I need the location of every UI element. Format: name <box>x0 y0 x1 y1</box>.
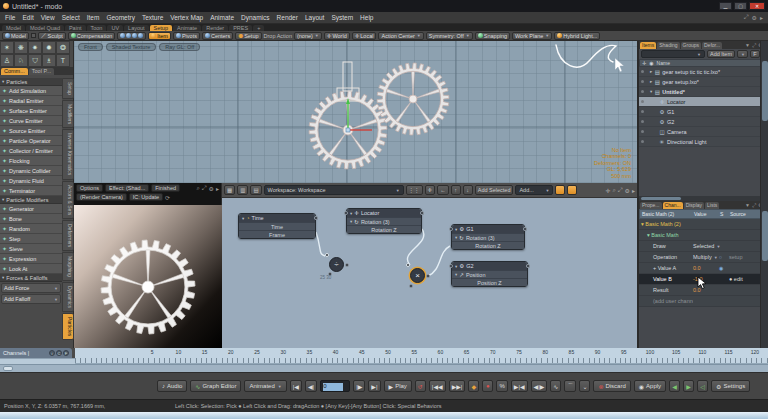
tool-icon-5[interactable]: ❂ <box>56 41 70 54</box>
tab-display[interactable]: Display <box>684 202 704 209</box>
vertical-tab-deformers[interactable]: Deformers <box>62 220 74 251</box>
channel-tab-button-f[interactable]: F <box>63 350 69 356</box>
visibility-dot[interactable] <box>641 140 644 143</box>
animated-dropdown[interactable]: Animated▼ <box>244 380 286 392</box>
collapse-icon[interactable]: ▾ <box>242 216 244 221</box>
command-random[interactable]: ✦Random <box>0 224 62 234</box>
select-mode-buttons[interactable] <box>117 32 146 40</box>
view-type-dropdown[interactable]: Front <box>78 43 103 51</box>
vertical-tab-particles[interactable]: Particles <box>62 313 74 340</box>
layout-grid-icon[interactable]: ⋮⋮ <box>406 185 423 195</box>
right-scrollbar[interactable] <box>760 41 768 348</box>
tool-icon-8[interactable]: ⛉ <box>28 54 42 67</box>
menu-layout[interactable]: Layout <box>305 14 325 21</box>
tree-row-locator[interactable]: ✛Locator <box>639 97 768 107</box>
tree-row-untitled[interactable]: ▾▤Untitled* <box>639 87 768 97</box>
tab-items[interactable]: Items <box>640 42 656 49</box>
node-port[interactable] <box>344 211 348 215</box>
play-button[interactable]: ▶Play <box>384 380 412 392</box>
menu-help[interactable]: Help <box>360 14 373 21</box>
node-g1-header[interactable]: ▾⚙G1 <box>452 225 524 233</box>
tree-row-gear-setup-lxo[interactable]: ▸▤gear setup.lxo* <box>639 77 768 87</box>
chevron-down-icon[interactable]: ▼ <box>745 42 750 49</box>
symmetry-dropdown[interactable]: Symmetry: Off▼ <box>426 32 473 40</box>
curve-out-button[interactable]: ⌄ <box>579 380 590 392</box>
tree-row-camera[interactable]: ◫Camera <box>639 127 768 137</box>
jump-start-button[interactable]: |◀ <box>290 380 302 392</box>
sculpt-mode-button[interactable]: ／Sculpt <box>38 32 66 40</box>
maximize-button[interactable]: ▢ <box>734 2 747 10</box>
channel-value[interactable]: 0.0 <box>693 265 719 271</box>
channel-row-add-user-channel[interactable]: (add user channel) <box>639 296 768 307</box>
channel-value[interactable]: 0.0 <box>693 287 719 293</box>
graph-editor-button[interactable]: ∿Graph Editor <box>190 380 241 392</box>
expand-icon[interactable]: ⤢ <box>752 202 756 209</box>
unlink-mode-button[interactable] <box>567 185 577 195</box>
menu-select[interactable]: Select <box>62 14 80 21</box>
visibility-dot[interactable] <box>641 70 644 73</box>
node-g2-header[interactable]: ▾⚙G2 <box>452 262 527 270</box>
next-frame-button[interactable]: |▶ <box>353 380 365 392</box>
node-time[interactable]: ▾◔Time Time Frame <box>238 213 316 239</box>
tree-row-g1[interactable]: ⚙G1 <box>639 107 768 117</box>
visibility-dot[interactable] <box>641 100 644 103</box>
menu-vertex-map[interactable]: Vertex Map <box>170 14 203 21</box>
channel-row-operation[interactable]: OperationMultiply ▼○setup <box>639 252 768 263</box>
ic-update-button[interactable]: IC: Update <box>129 193 163 201</box>
align-up-icon[interactable]: ↑ <box>451 185 461 195</box>
node-port[interactable] <box>409 284 413 288</box>
menu-view[interactable]: View <box>41 14 55 21</box>
node-time-row-frame[interactable]: Frame <box>239 230 315 238</box>
tool-icon-3[interactable]: ✷ <box>28 41 42 54</box>
overflow-icon[interactable]: ▸ <box>632 187 635 194</box>
node-time-header[interactable]: ▾◔Time <box>239 214 315 222</box>
collapse-icon[interactable]: ▾ <box>455 235 457 240</box>
play-action-button[interactable]: ▶ <box>683 380 694 392</box>
channels-tab[interactable]: Channels | iCF <box>0 348 72 358</box>
scrollbar-thumb[interactable] <box>762 61 768 121</box>
channel-row-value-b[interactable]: Value B-1.0● edit <box>639 274 768 285</box>
node-time-row-time[interactable]: Time <box>239 222 315 230</box>
command-terminator[interactable]: ✦Terminator <box>0 186 62 196</box>
command-source-emitter[interactable]: ✦Source Emitter <box>0 126 62 136</box>
scrollbar-handle[interactable] <box>3 366 13 371</box>
search-icon[interactable]: ⌕ <box>612 187 615 194</box>
filter-button[interactable]: F <box>750 50 760 58</box>
scrollbar-thumb[interactable] <box>762 211 768 261</box>
node-g2-position-group[interactable]: ▾↗Position <box>452 270 527 278</box>
prev-action-button[interactable]: ◀ <box>669 380 680 392</box>
node-divide[interactable]: ÷ <box>329 257 344 272</box>
preview-options-button[interactable]: Options <box>76 184 103 192</box>
node-g2-position-z[interactable]: Position Z <box>452 278 527 286</box>
hybrid-light-button[interactable]: Hybrid Light... <box>554 32 600 40</box>
command-expression[interactable]: ✦Expression <box>0 254 62 264</box>
visibility-dot[interactable] <box>641 120 644 123</box>
prev-key-button[interactable]: |◀◀ <box>429 380 446 392</box>
expand-icon[interactable]: ⤢ <box>744 14 749 21</box>
channel-state-icon[interactable]: ○ <box>719 254 729 260</box>
step-out-button[interactable]: ◀|▶ <box>531 380 548 392</box>
next-action-button[interactable]: ◁ <box>697 380 708 392</box>
command-sieve[interactable]: ✦Sieve <box>0 244 62 254</box>
prev-frame-button[interactable]: ◀| <box>305 380 317 392</box>
mode-checkbox[interactable] <box>31 33 36 38</box>
model-mode-button[interactable]: Model <box>2 32 29 40</box>
search-icon[interactable]: ⌕ <box>196 185 199 192</box>
tool-icon-1[interactable]: ✶ <box>0 41 14 54</box>
node-locator-rotation-z[interactable]: Rotation Z <box>347 225 421 233</box>
polygon-mode-icon[interactable] <box>132 33 137 38</box>
section-header-particles[interactable]: ▾Particles <box>0 78 62 86</box>
tool-icon-2[interactable]: ❋ <box>14 41 28 54</box>
snapping-button[interactable]: Snapping <box>475 32 510 40</box>
visibility-dot[interactable] <box>641 90 644 93</box>
vertical-tab-setup[interactable]: Setup <box>62 78 74 99</box>
work-plane-dropdown[interactable]: Work Plane▼ <box>512 32 552 40</box>
collapse-icon[interactable]: ▾ <box>350 211 352 216</box>
command-surface-emitter[interactable]: ✦Surface Emitter <box>0 106 62 116</box>
channel-value[interactable]: Multiply ▼ <box>693 254 719 260</box>
node-multiply[interactable]: × <box>410 268 425 283</box>
section-header-particle-modifiers[interactable]: ▾Particle Modifiers <box>0 196 62 204</box>
tab-chan[interactable]: Chan... <box>663 202 683 209</box>
menu-edit[interactable]: Edit <box>22 14 33 21</box>
tool-icon-9[interactable]: ♗ <box>42 54 56 67</box>
